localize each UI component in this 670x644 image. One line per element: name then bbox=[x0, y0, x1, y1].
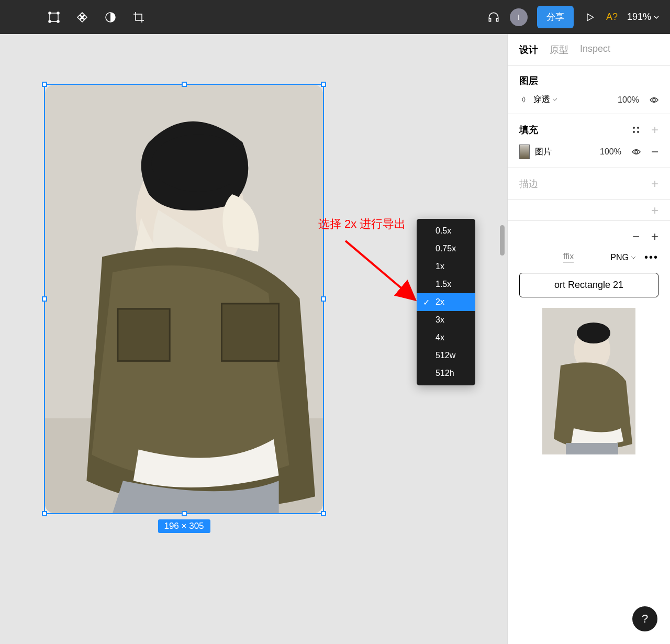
svg-point-13 bbox=[633, 127, 635, 129]
layer-title: 图层 bbox=[519, 74, 538, 87]
suffix-input[interactable]: ffix bbox=[563, 252, 574, 263]
resize-handle[interactable] bbox=[321, 82, 326, 87]
top-toolbar: I 分享 A? 191% bbox=[0, 0, 670, 34]
chevron-down-icon bbox=[552, 97, 557, 102]
svg-point-1 bbox=[49, 12, 51, 14]
add-effect-button[interactable]: + bbox=[651, 203, 658, 218]
crop-icon[interactable] bbox=[132, 10, 146, 24]
fill-section: 填充 + 图片 100% − bbox=[508, 114, 670, 168]
tab-prototype[interactable]: 原型 bbox=[550, 43, 568, 56]
toolbar-right-group: I 分享 A? 191% bbox=[487, 6, 660, 28]
effects-section: + bbox=[508, 199, 670, 220]
sidebar-tabs: 设计 原型 Inspect bbox=[508, 34, 670, 65]
add-export-button[interactable]: + bbox=[651, 229, 658, 244]
scale-option-4x[interactable]: 4x bbox=[417, 329, 475, 347]
svg-point-4 bbox=[57, 20, 59, 23]
remove-fill-button[interactable]: − bbox=[651, 145, 658, 159]
scale-dropdown: 0.5x 0.75x 1x 1.5x 2x 3x 4x 512w 512h bbox=[417, 219, 475, 385]
layer-opacity[interactable]: 100% bbox=[618, 95, 639, 105]
add-stroke-button[interactable]: + bbox=[651, 176, 658, 191]
resize-handle[interactable] bbox=[42, 296, 47, 302]
annotation-text: 选择 2x 进行导出 bbox=[318, 216, 406, 232]
right-sidebar: 设计 原型 Inspect 图层 穿透 100% 填充 bbox=[507, 34, 670, 644]
main-area: 196 × 305 设计 原型 Inspect 图层 穿透 100% bbox=[0, 34, 670, 644]
format-select[interactable]: PNG bbox=[610, 253, 636, 262]
svg-rect-10 bbox=[221, 304, 278, 361]
style-icon[interactable] bbox=[632, 126, 641, 135]
resize-handle[interactable] bbox=[182, 82, 187, 87]
svg-point-2 bbox=[57, 12, 59, 14]
avatar[interactable]: I bbox=[510, 8, 528, 26]
components-icon[interactable] bbox=[75, 10, 89, 24]
scale-option-512w[interactable]: 512w bbox=[417, 347, 475, 364]
svg-rect-0 bbox=[50, 13, 58, 21]
resize-handle[interactable] bbox=[42, 82, 47, 87]
scale-option-512h[interactable]: 512h bbox=[417, 364, 475, 382]
dimensions-badge: 196 × 305 bbox=[158, 519, 210, 533]
resize-handle[interactable] bbox=[182, 511, 187, 516]
svg-point-3 bbox=[49, 20, 51, 23]
stroke-section: 描边 + bbox=[508, 168, 670, 199]
resize-handle[interactable] bbox=[321, 296, 326, 302]
export-preview bbox=[542, 308, 635, 454]
eye-icon[interactable] bbox=[632, 148, 641, 157]
tab-design[interactable]: 设计 bbox=[519, 43, 538, 56]
help-button[interactable]: ? bbox=[632, 606, 657, 631]
chevron-down-icon bbox=[653, 14, 660, 20]
svg-point-15 bbox=[633, 131, 635, 133]
frame-tool-icon[interactable] bbox=[47, 10, 61, 24]
scale-option-0-75x[interactable]: 0.75x bbox=[417, 240, 475, 258]
svg-point-12 bbox=[653, 98, 655, 101]
svg-rect-21 bbox=[566, 443, 618, 454]
svg-rect-11 bbox=[118, 309, 170, 361]
svg-point-9 bbox=[151, 135, 245, 192]
selected-layer[interactable]: 196 × 305 bbox=[44, 84, 324, 514]
scrollbar-thumb[interactable] bbox=[500, 225, 505, 256]
fill-type[interactable]: 图片 bbox=[535, 147, 552, 158]
toolbar-left-group bbox=[10, 10, 146, 24]
eye-icon[interactable] bbox=[650, 95, 658, 104]
add-fill-button[interactable]: + bbox=[651, 123, 658, 137]
scale-option-1-5x[interactable]: 1.5x bbox=[417, 275, 475, 293]
export-section: − + ffix PNG ••• ort Rectangle 21 bbox=[508, 220, 670, 463]
fill-thumbnail[interactable] bbox=[519, 145, 530, 159]
missing-font-badge[interactable]: A? bbox=[606, 12, 618, 23]
scale-option-3x[interactable]: 3x bbox=[417, 311, 475, 329]
image-content bbox=[45, 85, 323, 513]
scale-option-0-5x[interactable]: 0.5x bbox=[417, 222, 475, 240]
play-icon[interactable] bbox=[583, 10, 597, 24]
mask-icon[interactable] bbox=[104, 10, 117, 24]
layer-section: 图层 穿透 100% bbox=[508, 65, 670, 114]
tab-inspect[interactable]: Inspect bbox=[580, 43, 610, 56]
scale-option-1x[interactable]: 1x bbox=[417, 258, 475, 275]
svg-point-20 bbox=[577, 323, 610, 343]
resize-handle[interactable] bbox=[321, 511, 326, 516]
fill-opacity[interactable]: 100% bbox=[600, 147, 621, 157]
scale-option-2x[interactable]: 2x bbox=[417, 293, 475, 311]
share-button[interactable]: 分享 bbox=[537, 6, 574, 28]
remove-export-button[interactable]: − bbox=[632, 229, 640, 244]
svg-line-22 bbox=[345, 241, 414, 298]
resize-handle[interactable] bbox=[42, 511, 47, 516]
annotation-arrow-icon bbox=[335, 236, 424, 309]
svg-point-14 bbox=[637, 127, 639, 129]
chevron-down-icon bbox=[631, 255, 636, 260]
stroke-title: 描边 bbox=[519, 177, 538, 190]
export-button[interactable]: ort Rectangle 21 bbox=[519, 273, 658, 297]
zoom-control[interactable]: 191% bbox=[627, 12, 660, 23]
svg-point-17 bbox=[635, 150, 638, 153]
fill-title: 填充 bbox=[519, 124, 538, 136]
blend-icon bbox=[519, 95, 528, 104]
headphones-icon[interactable] bbox=[487, 10, 500, 24]
export-more-icon[interactable]: ••• bbox=[644, 251, 658, 263]
svg-point-16 bbox=[637, 131, 639, 133]
blend-mode-select[interactable]: 穿透 bbox=[533, 94, 557, 105]
